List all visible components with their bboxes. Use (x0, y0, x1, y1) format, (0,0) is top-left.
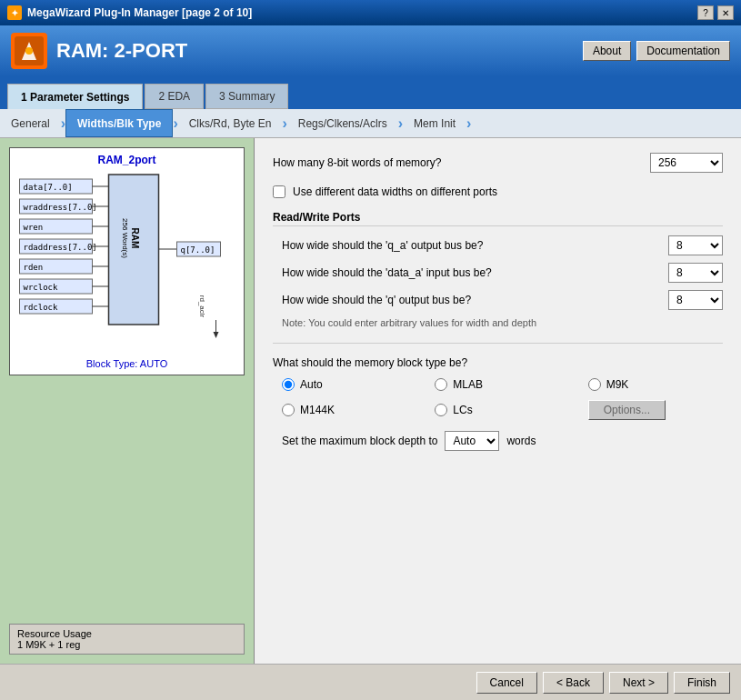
mem-block-title: What should the memory block type be? (273, 356, 723, 369)
qa-output-label: How wide should the 'q_a' output bus be? (282, 239, 668, 252)
header-title: RAM: 2-PORT (11, 33, 187, 69)
about-button[interactable]: About (583, 41, 631, 61)
tab-parameter-settings[interactable]: 1 Parameter Settings (7, 84, 143, 109)
left-panel: RAM_2port data[7..0] wraddress[7..0] wre… (0, 138, 255, 664)
tab-3-label: 3 Summary (219, 90, 275, 103)
svg-text:data[7..0]: data[7..0] (24, 183, 73, 192)
right-panel: How many 8-bit words of memory? 256 512 … (255, 138, 741, 664)
max-depth-row: Set the maximum block depth to Auto 32 6… (273, 431, 723, 451)
radio-lcs-input[interactable] (435, 404, 447, 416)
main-content: RAM_2port data[7..0] wraddress[7..0] wre… (0, 138, 741, 664)
diff-widths-row: Use different data widths on different p… (273, 185, 723, 198)
diagram-box: RAM_2port data[7..0] wraddress[7..0] wre… (9, 147, 245, 375)
tab-1-label: 1 Parameter Settings (21, 91, 129, 104)
qa-output-row: How wide should the 'q_a' output bus be?… (273, 235, 723, 255)
radio-lcs-label: LCs (453, 404, 472, 416)
app-icon: ✦ (7, 5, 22, 20)
options-button[interactable]: Options... (588, 400, 666, 420)
close-button[interactable]: ✕ (717, 5, 734, 20)
tab-eda[interactable]: 2 EDA (145, 84, 204, 109)
max-depth-prefix: Set the maximum block depth to (282, 435, 437, 447)
diff-widths-label: Use different data widths on different p… (293, 185, 497, 198)
svg-text:q[7..0]: q[7..0] (181, 245, 215, 255)
back-button[interactable]: < Back (543, 672, 604, 694)
q-output-row: How wide should the 'q' output bus be? 8… (273, 290, 723, 310)
radio-mlab: MLAB (435, 378, 569, 391)
tab-2-label: 2 EDA (158, 90, 190, 103)
next-button[interactable]: Next > (609, 672, 668, 694)
page-title: RAM: 2-PORT (56, 39, 187, 63)
diagram-svg: data[7..0] wraddress[7..0] wren rdaddres… (15, 170, 238, 352)
radio-m144k-label: M144K (300, 404, 335, 416)
divider (273, 343, 723, 344)
svg-text:RAM: RAM (130, 228, 140, 249)
nav-arrow-5: › (466, 115, 471, 132)
title-bar-controls: ? ✕ (697, 5, 734, 20)
note-text: Note: You could enter arbitrary values f… (273, 317, 723, 328)
data-a-input-label: How wide should the 'data_a' input bus b… (282, 266, 668, 279)
mem-block-section: What should the memory block type be? Au… (273, 356, 723, 451)
radio-lcs: LCs (435, 400, 569, 420)
svg-text:rdaddress[7..0]: rdaddress[7..0] (24, 243, 97, 252)
memory-words-row: How many 8-bit words of memory? 256 512 … (273, 153, 723, 173)
resource-usage-label: Resource Usage (17, 628, 236, 639)
nav-mem-init[interactable]: Mem Init (403, 109, 466, 137)
q-output-label: How wide should the 'q' output bus be? (282, 294, 668, 306)
resource-box: Resource Usage 1 M9K + 1 reg (9, 624, 245, 655)
tab-summary[interactable]: 3 Summary (205, 84, 288, 109)
nav-regs-clkens[interactable]: Regs/Clkens/Aclrs (287, 109, 398, 137)
q-output-select[interactable]: 8 16 32 (668, 290, 723, 310)
data-a-input-select[interactable]: 8 16 32 (668, 263, 723, 283)
title-bar: ✦ MegaWizard Plug-In Manager [page 2 of … (0, 0, 741, 25)
svg-marker-32 (214, 332, 219, 338)
window-title: MegaWizard Plug-In Manager [page 2 of 10… (27, 6, 252, 19)
radio-auto-label: Auto (300, 378, 323, 391)
header-area: RAM: 2-PORT About Documentation (0, 25, 741, 76)
documentation-button[interactable]: Documentation (636, 41, 730, 61)
radio-auto: Auto (282, 378, 416, 391)
radio-m144k: M144K (282, 400, 416, 420)
svg-rect-24 (109, 175, 159, 325)
svg-text:256 Word(s): 256 Word(s) (121, 218, 129, 258)
svg-point-2 (25, 47, 33, 55)
header-buttons: About Documentation (583, 41, 730, 61)
radio-m144k-input[interactable] (282, 404, 295, 416)
svg-text:rden: rden (24, 263, 44, 272)
radio-m9k: M9K (588, 378, 723, 391)
cancel-button[interactable]: Cancel (476, 672, 537, 694)
options-item: Options... (588, 400, 723, 420)
memory-words-select[interactable]: 256 512 1024 2048 (650, 153, 723, 173)
radio-m9k-label: M9K (606, 378, 629, 391)
resource-usage-value: 1 M9K + 1 reg (17, 639, 236, 650)
radio-auto-input[interactable] (282, 378, 295, 391)
svg-text:wren: wren (24, 223, 44, 232)
svg-text:wrclock: wrclock (24, 283, 59, 292)
radio-grid: Auto MLAB M9K M144K LCs (273, 378, 723, 420)
diff-widths-checkbox[interactable] (273, 185, 285, 198)
nav-general[interactable]: General (0, 109, 61, 137)
bottom-bar: Cancel < Back Next > Finish (0, 664, 741, 700)
data-a-input-row: How wide should the 'data_a' input bus b… (273, 263, 723, 283)
max-depth-select[interactable]: Auto 32 64 128 256 (445, 431, 499, 451)
block-type-label: Block Type: AUTO (15, 358, 238, 369)
app-logo (11, 33, 47, 69)
max-depth-suffix: words (506, 435, 536, 447)
diagram-title: RAM_2port (15, 154, 238, 166)
svg-text:rdclock: rdclock (24, 303, 59, 312)
svg-text:wraddress[7..0]: wraddress[7..0] (24, 203, 97, 212)
help-button[interactable]: ? (697, 5, 714, 20)
radio-mlab-input[interactable] (435, 378, 447, 391)
finish-button[interactable]: Finish (674, 672, 730, 694)
tabs-row: 1 Parameter Settings 2 EDA 3 Summary (0, 76, 741, 109)
title-bar-left: ✦ MegaWizard Plug-In Manager [page 2 of … (7, 5, 252, 20)
nav-bar: General › Widths/Blk Type › Clks/Rd, Byt… (0, 109, 741, 138)
qa-output-select[interactable]: 8 16 32 (668, 235, 723, 255)
nav-widths-blk-type[interactable]: Widths/Blk Type (65, 109, 173, 137)
rw-ports-title: Read/Write Ports (273, 211, 723, 226)
svg-text:rd_aclr: rd_aclr (198, 295, 206, 318)
radio-mlab-label: MLAB (453, 378, 483, 391)
memory-words-label: How many 8-bit words of memory? (273, 156, 441, 169)
nav-clks-rd[interactable]: Clks/Rd, Byte En (178, 109, 283, 137)
radio-m9k-input[interactable] (588, 378, 601, 391)
